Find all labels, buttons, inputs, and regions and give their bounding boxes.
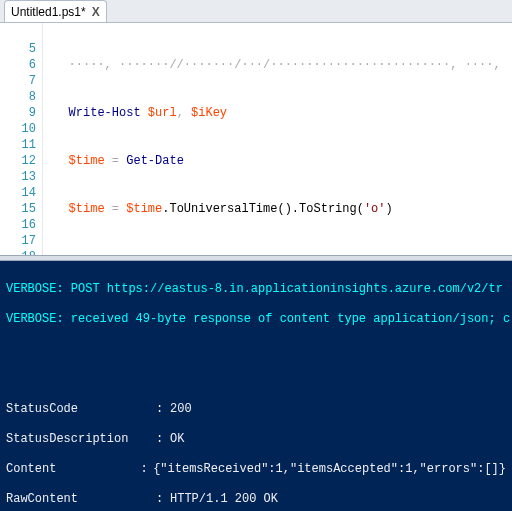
file-tab[interactable]: Untitled1.ps1* X <box>4 0 107 22</box>
code-line: $time = Get-Date <box>47 153 508 169</box>
line-number-gutter: 5 6 7 8 9 10 11 12 13 14 15 16 17 18 19 <box>0 23 43 255</box>
code-line <box>47 249 508 255</box>
code-line: ·····, ·······//·······/···/············… <box>47 57 508 73</box>
tab-bar: Untitled1.ps1* X <box>0 0 512 23</box>
output-row: Content:{"itemsReceived":1,"itemsAccepte… <box>6 462 506 477</box>
code-line: $time = $time.ToUniversalTime().ToString… <box>47 201 508 217</box>
output-console[interactable]: VERBOSE: POST https://eastus-8.in.applic… <box>0 261 512 511</box>
verbose-line: VERBOSE: received 49-byte response of co… <box>6 312 506 327</box>
output-row: StatusCode:200 <box>6 402 506 417</box>
output-row: RawContent:HTTP/1.1 200 OK <box>6 492 506 507</box>
blank-line <box>6 372 506 387</box>
tab-title: Untitled1.ps1* <box>11 5 86 19</box>
blank-line <box>6 342 506 357</box>
code-editor[interactable]: 5 6 7 8 9 10 11 12 13 14 15 16 17 18 19 … <box>0 23 512 255</box>
code-line: Write-Host $url, $iKey <box>47 105 508 121</box>
output-row: StatusDescription:OK <box>6 432 506 447</box>
close-icon[interactable]: X <box>92 5 100 19</box>
code-area[interactable]: ·····, ·······//·······/···/············… <box>43 23 512 255</box>
verbose-line: VERBOSE: POST https://eastus-8.in.applic… <box>6 282 506 297</box>
